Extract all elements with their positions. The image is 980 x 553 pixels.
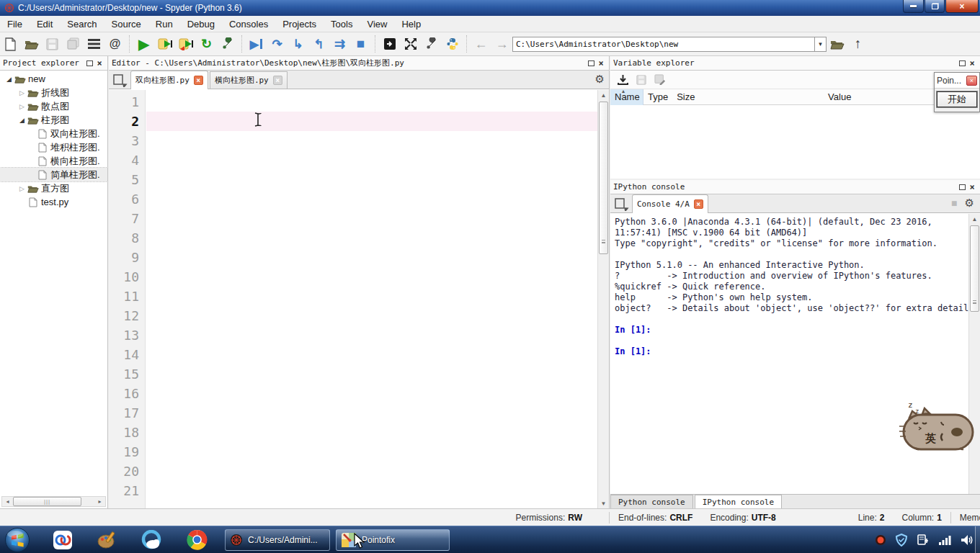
run-button[interactable]: ▶ bbox=[134, 35, 153, 54]
close-tab-icon[interactable]: × bbox=[273, 76, 282, 85]
menu-debug[interactable]: Debug bbox=[180, 17, 222, 31]
console-options-button[interactable]: ⚙ bbox=[965, 197, 974, 210]
working-directory-input[interactable] bbox=[512, 37, 815, 52]
menu-view[interactable]: View bbox=[360, 17, 394, 31]
maximize-pane-button[interactable] bbox=[380, 35, 399, 54]
rerun-button[interactable]: ↻ bbox=[197, 35, 216, 54]
column-type[interactable]: Type bbox=[643, 89, 672, 105]
scroll-right-icon[interactable]: ▸ bbox=[94, 497, 105, 506]
project-explorer-hscrollbar[interactable]: ◂ ||| ▸ bbox=[1, 496, 106, 507]
import-data-button[interactable] bbox=[614, 72, 631, 88]
scroll-up-icon[interactable]: ▲ bbox=[969, 214, 980, 224]
save-data-as-button[interactable] bbox=[651, 72, 669, 88]
tree-item-histogram[interactable]: ▷ 直方图 bbox=[0, 181, 107, 195]
continue-button[interactable]: ⇉ bbox=[330, 35, 349, 54]
expander-closed-icon[interactable]: ▷ bbox=[17, 103, 27, 110]
interrupt-kernel-button[interactable]: ■ bbox=[951, 197, 957, 209]
working-directory-dropdown[interactable]: ▾ bbox=[815, 37, 827, 52]
vscroll-thumb[interactable] bbox=[599, 102, 608, 254]
close-button[interactable]: × bbox=[945, 0, 979, 13]
close-tab-icon[interactable]: × bbox=[694, 199, 703, 209]
tree-item-bidirectional-bar[interactable]: 双向柱形图. bbox=[0, 127, 107, 140]
close-pane-button[interactable]: × bbox=[967, 58, 977, 68]
run-cell-button[interactable] bbox=[155, 35, 174, 54]
tree-item-new[interactable]: ◢ new bbox=[0, 72, 107, 86]
menu-search[interactable]: Search bbox=[60, 17, 104, 31]
step-into-button[interactable]: ↳ bbox=[288, 35, 308, 54]
tree-item-bar-chart[interactable]: ◢ 柱形图 bbox=[0, 113, 107, 127]
start-button[interactable] bbox=[4, 527, 30, 553]
paint-app-launcher[interactable] bbox=[97, 529, 118, 551]
undock-button[interactable] bbox=[957, 182, 967, 192]
file-switcher-button[interactable] bbox=[84, 35, 104, 54]
tree-item-stacked-bar[interactable]: 堆积柱形图. bbox=[0, 140, 107, 154]
tree-item-scatter-chart[interactable]: ▷ 散点图 bbox=[0, 99, 107, 113]
undock-button[interactable] bbox=[957, 58, 967, 68]
menu-source[interactable]: Source bbox=[104, 17, 148, 31]
new-file-button[interactable] bbox=[1, 35, 20, 54]
menu-run[interactable]: Run bbox=[148, 17, 180, 31]
scroll-down-icon[interactable]: ▼ bbox=[598, 498, 609, 508]
menu-edit[interactable]: Edit bbox=[30, 17, 60, 31]
open-file-button[interactable] bbox=[22, 35, 41, 54]
close-pane-button[interactable]: × bbox=[596, 58, 606, 68]
scroll-up-icon[interactable]: ▲ bbox=[598, 90, 609, 100]
tab-python-console[interactable]: Python console bbox=[610, 495, 693, 508]
tray-volume-icon[interactable] bbox=[960, 534, 973, 546]
close-tab-icon[interactable]: × bbox=[194, 76, 203, 85]
close-pane-button[interactable]: × bbox=[967, 182, 977, 192]
tray-record-icon[interactable] bbox=[875, 534, 886, 546]
close-pane-button[interactable]: × bbox=[94, 58, 104, 68]
vscroll-thumb[interactable] bbox=[970, 225, 979, 312]
restore-button[interactable] bbox=[925, 0, 945, 13]
tab-console-4a[interactable]: Console 4/A × bbox=[632, 194, 708, 213]
tree-item-line-chart[interactable]: ▷ 折线图 bbox=[0, 86, 107, 99]
tab-horizontal-bar[interactable]: 横向柱形图.py × bbox=[210, 71, 288, 89]
menu-file[interactable]: File bbox=[0, 17, 30, 31]
undock-button[interactable] bbox=[586, 58, 596, 68]
expander-open-icon[interactable]: ◢ bbox=[17, 117, 27, 124]
save-button[interactable] bbox=[43, 35, 62, 54]
browse-tabs-icon[interactable] bbox=[613, 197, 629, 211]
tree-item-horizontal-bar[interactable]: 横向柱形图. bbox=[0, 154, 107, 168]
stop-debug-button[interactable]: ■ bbox=[351, 35, 370, 54]
tree-item-simple-bar[interactable]: 简单柱形图. bbox=[0, 168, 107, 181]
tray-power-plug-icon[interactable] bbox=[917, 534, 930, 547]
menu-consoles[interactable]: Consoles bbox=[222, 17, 275, 31]
browse-tabs-icon[interactable] bbox=[112, 73, 128, 87]
remote-app-launcher[interactable] bbox=[52, 529, 74, 551]
column-size[interactable]: Size bbox=[672, 89, 699, 105]
taskbar-spyder-window[interactable]: C:/Users/Admini... bbox=[225, 529, 330, 551]
show-desktop-button[interactable] bbox=[975, 526, 980, 553]
editor-options-button[interactable]: ⚙ bbox=[595, 73, 605, 86]
cat-sticker-widget[interactable]: z z 英 bbox=[898, 397, 977, 455]
tray-network-signal-icon[interactable] bbox=[938, 534, 951, 546]
tab-bidirectional-bar[interactable]: 双向柱形图.py × bbox=[130, 71, 208, 89]
save-all-button[interactable] bbox=[63, 35, 83, 54]
tree-item-testpy[interactable]: test.py bbox=[0, 195, 107, 209]
browse-directory-button[interactable] bbox=[827, 35, 847, 54]
tray-security-shield-icon[interactable] bbox=[895, 534, 908, 547]
run-configure-button[interactable] bbox=[218, 35, 237, 54]
expander-closed-icon[interactable]: ▷ bbox=[17, 89, 27, 96]
fullscreen-button[interactable] bbox=[401, 35, 420, 54]
debug-button[interactable]: ▶ bbox=[246, 35, 266, 54]
run-cell-advance-button[interactable] bbox=[176, 35, 195, 54]
menu-projects[interactable]: Projects bbox=[275, 17, 324, 31]
scroll-left-icon[interactable]: ◂ bbox=[2, 497, 13, 506]
step-button[interactable]: ↷ bbox=[267, 35, 287, 54]
menu-help[interactable]: Help bbox=[394, 17, 428, 31]
pointofix-start-button[interactable]: 开始 bbox=[937, 91, 977, 107]
editor-vscrollbar[interactable]: ▲ ▼ bbox=[597, 90, 609, 508]
symbol-finder-button[interactable]: @ bbox=[105, 35, 125, 54]
forward-button[interactable]: → bbox=[492, 35, 512, 54]
python-path-button[interactable] bbox=[442, 35, 462, 54]
hscroll-thumb[interactable]: ||| bbox=[13, 497, 81, 506]
parent-directory-button[interactable]: ↑ bbox=[848, 35, 868, 54]
preferences-button[interactable] bbox=[422, 35, 441, 54]
pointofix-titlebar[interactable]: Poin... × bbox=[935, 73, 979, 89]
tab-ipython-console[interactable]: IPython console bbox=[695, 495, 782, 509]
code-area[interactable]: 1 2 3 4 5 6 7 8 9 10 11 12 13 14 15 16 1… bbox=[109, 90, 597, 508]
menu-tools[interactable]: Tools bbox=[324, 17, 360, 31]
save-data-button[interactable] bbox=[633, 72, 650, 88]
